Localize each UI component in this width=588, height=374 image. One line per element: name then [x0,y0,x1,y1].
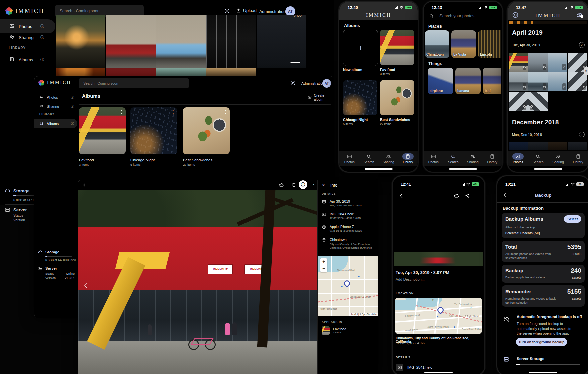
stat-desc: All unique photos and videos from select… [505,252,556,260]
photo-thumbnail[interactable] [106,68,156,76]
photo-thumbnail[interactable] [528,92,548,111]
photo-thumbnail[interactable] [509,72,528,91]
upload-button[interactable]: Upload [236,8,257,13]
timeline-scroll-handle[interactable]: ▲▼ [584,67,588,75]
appears-in-album[interactable]: Fav food 3 items [322,326,346,335]
info-icon[interactable]: ⓘ [71,104,74,109]
tab-search[interactable]: Search [359,151,379,166]
tab-search[interactable]: Search [528,151,548,166]
photo-thumbnail[interactable] [156,68,206,76]
search-input[interactable]: Search your photos [424,12,502,20]
info-icon[interactable]: ⓘ [71,95,74,100]
more-options-icon[interactable]: ⋮ [311,182,316,187]
tab-sharing[interactable]: Sharing [548,151,568,166]
card-subtitle: Albums to be backup [505,225,535,229]
album-card-best-sandwiches[interactable] [380,80,414,115]
photo-thumbnail[interactable] [156,15,206,68]
tab-photos[interactable]: Photos [508,151,528,166]
status-time: 12:40 [432,5,442,10]
new-album-card[interactable]: + [343,30,378,66]
sidebar-item-photos[interactable]: Photos ⓘ [34,93,77,102]
previous-photo-chevron[interactable] [83,282,89,290]
info-icon[interactable]: ⓘ [71,121,74,126]
info-button[interactable]: ⓘ [299,180,307,189]
library-icon [490,154,495,159]
timeline-scrubber[interactable] [290,62,300,63]
photo-thumbnail[interactable] [509,92,528,111]
album-card-best-sandwiches[interactable]: ⋮ Best Sandwiches 27 items [183,107,230,166]
photo-thumbnail[interactable] [206,15,256,68]
photo-thumbnail[interactable] [106,15,156,68]
tab-photos[interactable]: Photos [424,151,444,166]
description-field[interactable]: Add Description... [396,277,425,281]
sidebar-item-albums[interactable]: Albums ⓘ [34,119,77,128]
photo-thumbnail[interactable] [568,72,587,91]
album-card-chicago-night[interactable]: ⋮ Chicago Night 5 items [130,107,177,166]
theme-toggle-icon[interactable] [291,81,296,87]
select-day-checkbox[interactable]: ✓ [579,132,585,137]
user-avatar[interactable]: AT [322,79,331,88]
close-icon[interactable]: ✕ [322,183,325,188]
place-label: Chinatown [426,53,444,56]
sidebar-item-albums[interactable]: Albums ⓘ [0,53,55,66]
photo-thumbnail[interactable] [206,68,256,76]
photo-thumbnail[interactable] [568,142,587,150]
photo-datetime: Tue, Apr 30, 2019 • 8:07 PM [396,270,449,275]
share-icon[interactable] [465,193,470,200]
back-icon[interactable] [399,193,404,200]
select-button[interactable]: Select [564,215,581,223]
map-zoom-controls[interactable]: +− [320,258,327,272]
things-title: Things [428,61,442,66]
photo-thumbnail[interactable] [56,15,105,68]
info-icon[interactable]: ⓘ [40,57,44,63]
info-icon[interactable]: ⓘ [40,35,44,40]
tab-search[interactable]: Search [444,151,463,166]
photo-thumbnail[interactable] [548,142,567,150]
album-menu-button[interactable]: ⋮ [171,109,175,114]
album-card-fav-food[interactable]: ⋮ Fav food 3 items [79,107,126,166]
backup-cloud-icon[interactable] [576,12,583,20]
sidebar-item-sharing[interactable]: Sharing ⓘ [34,102,77,111]
turn-on-foreground-backup-button[interactable]: Turn on foreground backup [516,338,567,346]
tab-library[interactable]: Library [483,151,502,166]
tab-photos[interactable]: Photos [339,151,359,166]
photo-thumbnail[interactable] [528,142,548,150]
download-icon[interactable] [279,182,284,189]
album-card-fav-food[interactable] [380,30,414,65]
tab-library[interactable]: Library [398,151,418,166]
album-menu-button[interactable]: ⋮ [223,109,228,114]
photo-thumbnail[interactable] [548,53,567,72]
album-card-chicago-night[interactable] [343,80,377,115]
tab-library[interactable]: Library [568,151,588,166]
photo-thumbnail[interactable] [509,142,528,150]
album-menu-button[interactable]: ⋮ [119,109,124,114]
album-cover: ⋮ [130,107,177,154]
photo-strip[interactable] [394,252,483,266]
home-indicator [529,372,557,373]
select-day-checkbox[interactable]: ✓ [579,42,585,48]
location-map[interactable]: Fishermans Wharf North Point Street Jone… [318,256,378,316]
photo-thumbnail[interactable] [548,72,567,91]
photo-thumbnail[interactable] [509,53,528,72]
more-options-icon[interactable]: … [475,192,480,197]
sidebar-item-sharing[interactable]: Sharing ⓘ [0,31,55,44]
delete-icon[interactable] [291,182,296,189]
tab-sharing[interactable]: Sharing [379,151,398,166]
location-map[interactable]: The Embarcadero Jefferson Street Beach S… [395,298,482,334]
administration-link[interactable]: Administration [301,81,325,85]
photo-thumbnail[interactable] [56,68,105,76]
timeline-month-title: December 2018 [512,119,559,126]
photo-thumbnail[interactable] [528,72,548,91]
search-input[interactable]: Search - Coming soon [79,78,189,88]
tab-sharing[interactable]: Sharing [463,151,483,166]
photo-thumbnail[interactable] [257,15,306,68]
create-album-button[interactable]: Create album [308,93,334,101]
photo-viewer[interactable]: IN-N-OUT IN-N-OUT [78,190,317,374]
back-button[interactable] [83,182,88,189]
home-indicator [534,168,562,170]
photo-thumbnail[interactable] [528,53,548,72]
info-icon[interactable]: ⓘ [40,24,44,29]
administration-link[interactable]: Administration [259,9,286,14]
upload-cloud-icon[interactable] [454,193,459,200]
theme-toggle-icon[interactable] [224,8,230,15]
